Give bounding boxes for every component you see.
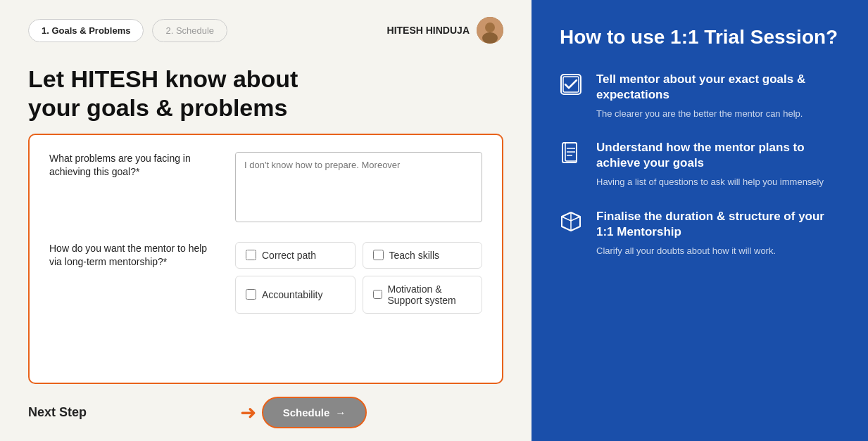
schedule-button[interactable]: Schedule → — [262, 397, 367, 428]
title-line2: your goals & problems — [28, 94, 287, 121]
next-step-label: Next Step — [28, 405, 87, 420]
avatar — [477, 17, 503, 44]
checkbox-motivation-support[interactable] — [373, 289, 382, 300]
svg-rect-3 — [561, 75, 581, 94]
schedule-button-label: Schedule — [283, 407, 330, 418]
tip-3-heading: Finalise the duration & structure of you… — [596, 209, 840, 240]
svg-rect-5 — [562, 143, 577, 162]
title-line1: Let HITESH know about — [28, 65, 298, 92]
tip-3: Finalise the duration & structure of you… — [560, 209, 840, 258]
right-panel-title: How to use 1:1 Trial Session? — [560, 25, 840, 49]
option-correct-path-label: Correct path — [262, 250, 316, 261]
avatar-image — [477, 17, 503, 44]
tip-3-content: Finalise the duration & structure of you… — [596, 209, 840, 258]
tip-1-heading: Tell mentor about your exact goals & exp… — [596, 72, 840, 103]
schedule-arrow-icon: → — [335, 407, 346, 418]
box-icon — [560, 210, 585, 258]
tip-1: Tell mentor about your exact goals & exp… — [560, 72, 840, 121]
option-motivation-support-label: Motivation & Support system — [388, 283, 472, 306]
step1-label: 1. Goals & Problems — [42, 25, 130, 36]
option-teach-skills-label: Teach skills — [389, 250, 440, 261]
option-accountability[interactable]: Accountability — [235, 276, 356, 314]
tip-2-body: Having a list of questions to ask will h… — [596, 175, 840, 189]
checkbox-icon — [560, 73, 585, 121]
mentor-name: HITESH HINDUJA — [387, 25, 470, 36]
problem-row: What problems are you facing in achievin… — [49, 152, 482, 222]
tip-2-content: Understand how the mentor plans to achie… — [596, 140, 840, 189]
document-icon — [560, 141, 585, 189]
page-title: Let HITESH know about your goals & probl… — [28, 65, 503, 122]
tip-1-body: The clearer you are the better the mento… — [596, 107, 840, 121]
mentor-info: HITESH HINDUJA — [387, 17, 503, 44]
checkbox-accountability[interactable] — [246, 289, 256, 300]
page-title-section: Let HITESH know about your goals & probl… — [0, 58, 532, 134]
option-motivation-support[interactable]: Motivation & Support system — [363, 276, 483, 314]
tip-1-content: Tell mentor about your exact goals & exp… — [596, 72, 840, 121]
checkbox-grid: Correct path Teach skills Accountability… — [235, 242, 482, 314]
mentor-help-row: How do you want the mentor to help via l… — [49, 242, 482, 314]
checkbox-correct-path[interactable] — [246, 250, 256, 260]
option-teach-skills[interactable]: Teach skills — [363, 242, 483, 269]
step-2[interactable]: 2. Schedule — [152, 19, 227, 42]
form-box: What problems are you facing in achievin… — [28, 134, 503, 384]
arrow-container: ➜ Schedule → — [103, 397, 503, 428]
problem-label: What problems are you facing in achievin… — [49, 152, 218, 179]
option-correct-path[interactable]: Correct path — [235, 242, 356, 269]
arrow-icon: ➜ — [240, 401, 256, 424]
tip-2-heading: Understand how the mentor plans to achie… — [596, 140, 840, 171]
problem-textarea[interactable] — [235, 152, 482, 222]
header: 1. Goals & Problems 2. Schedule HITESH H… — [0, 0, 532, 58]
svg-point-2 — [482, 32, 498, 44]
step2-label: 2. Schedule — [165, 25, 214, 36]
step-1[interactable]: 1. Goals & Problems — [28, 19, 144, 42]
bottom-bar: Next Step ➜ Schedule → — [0, 384, 532, 441]
tip-2: Understand how the mentor plans to achie… — [560, 140, 840, 189]
right-panel: How to use 1:1 Trial Session? Tell mento… — [532, 0, 868, 441]
tip-3-body: Clarify all your doubts about how it wil… — [596, 244, 840, 258]
left-panel: 1. Goals & Problems 2. Schedule HITESH H… — [0, 0, 532, 441]
option-accountability-label: Accountability — [262, 289, 322, 300]
svg-point-1 — [485, 23, 495, 32]
checkbox-teach-skills[interactable] — [373, 250, 384, 260]
mentor-help-label: How do you want the mentor to help via l… — [49, 242, 218, 269]
steps: 1. Goals & Problems 2. Schedule — [28, 19, 387, 42]
